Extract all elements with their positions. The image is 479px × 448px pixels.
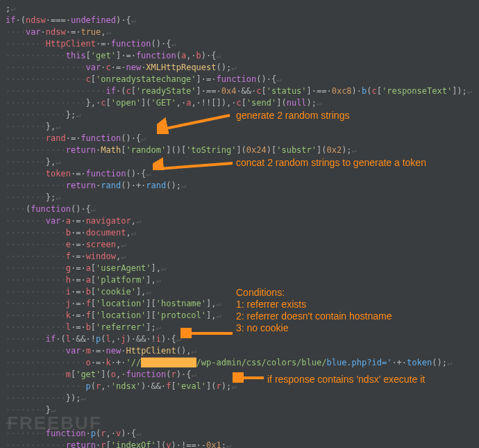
arrow-icon bbox=[180, 328, 235, 338]
annotation-1: generate 2 random strings bbox=[236, 110, 349, 121]
annotation-3: Conditions: 1: referrer exists 2: referr… bbox=[236, 287, 392, 334]
arrow-icon bbox=[233, 372, 266, 383]
watermark: FREEBUF bbox=[7, 413, 102, 434]
redacted-block: ███████████ bbox=[141, 358, 196, 367]
annotation-2: concat 2 random strings to generate a to… bbox=[236, 157, 426, 168]
svg-line-1 bbox=[162, 115, 230, 129]
svg-line-2 bbox=[158, 163, 233, 169]
arrow-icon bbox=[153, 156, 235, 170]
arrow-icon bbox=[157, 110, 233, 134]
annotation-4: if response contains 'ndsx' execute it bbox=[267, 374, 425, 385]
